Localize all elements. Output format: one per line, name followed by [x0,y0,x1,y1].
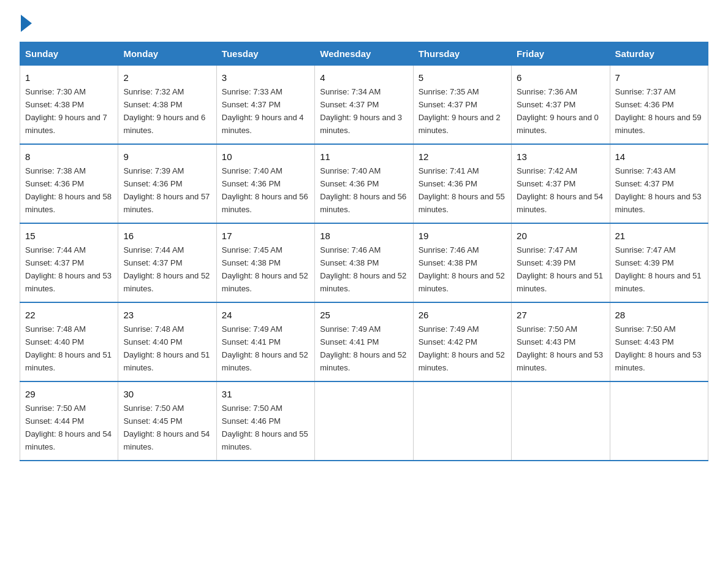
day-info: Sunrise: 7:49 AMSunset: 4:42 PMDaylight:… [419,324,505,372]
column-header-thursday: Thursday [413,42,511,66]
day-number: 18 [320,229,408,243]
calendar-cell: 15Sunrise: 7:44 AMSunset: 4:37 PMDayligh… [20,223,118,302]
day-number: 4 [320,71,408,85]
calendar-cell: 8Sunrise: 7:38 AMSunset: 4:36 PMDaylight… [20,144,118,223]
day-info: Sunrise: 7:33 AMSunset: 4:37 PMDaylight:… [222,87,304,135]
calendar-week-row: 22Sunrise: 7:48 AMSunset: 4:40 PMDayligh… [20,302,708,381]
calendar-cell: 26Sunrise: 7:49 AMSunset: 4:42 PMDayligh… [413,302,511,381]
logo [20,15,32,32]
day-info: Sunrise: 7:43 AMSunset: 4:37 PMDaylight:… [615,166,702,214]
calendar-cell: 12Sunrise: 7:41 AMSunset: 4:36 PMDayligh… [413,144,511,223]
day-info: Sunrise: 7:50 AMSunset: 4:43 PMDaylight:… [615,324,702,372]
day-info: Sunrise: 7:41 AMSunset: 4:36 PMDaylight:… [419,166,505,214]
calendar-cell: 5Sunrise: 7:35 AMSunset: 4:37 PMDaylight… [413,66,511,144]
day-number: 22 [25,308,113,322]
svg-marker-0 [21,15,32,32]
day-info: Sunrise: 7:42 AMSunset: 4:37 PMDaylight:… [517,166,603,214]
calendar-cell: 31Sunrise: 7:50 AMSunset: 4:46 PMDayligh… [216,381,314,461]
day-number: 10 [222,150,309,164]
day-number: 17 [222,229,309,243]
day-info: Sunrise: 7:49 AMSunset: 4:41 PMDaylight:… [222,324,308,372]
day-info: Sunrise: 7:44 AMSunset: 4:37 PMDaylight:… [123,245,210,293]
calendar-cell: 21Sunrise: 7:47 AMSunset: 4:39 PMDayligh… [610,223,708,302]
calendar-cell [610,381,708,461]
column-header-sunday: Sunday [20,42,118,66]
calendar-cell [512,381,610,461]
calendar-cell: 10Sunrise: 7:40 AMSunset: 4:36 PMDayligh… [216,144,314,223]
day-info: Sunrise: 7:48 AMSunset: 4:40 PMDaylight:… [25,324,112,372]
calendar-cell: 17Sunrise: 7:45 AMSunset: 4:38 PMDayligh… [216,223,314,302]
day-info: Sunrise: 7:37 AMSunset: 4:36 PMDaylight:… [615,87,702,135]
calendar-cell: 9Sunrise: 7:39 AMSunset: 4:36 PMDaylight… [118,144,216,223]
day-number: 7 [615,71,703,85]
calendar-cell: 24Sunrise: 7:49 AMSunset: 4:41 PMDayligh… [216,302,314,381]
calendar-week-row: 15Sunrise: 7:44 AMSunset: 4:37 PMDayligh… [20,223,708,302]
calendar-cell: 19Sunrise: 7:46 AMSunset: 4:38 PMDayligh… [413,223,511,302]
column-header-friday: Friday [512,42,610,66]
calendar-cell: 23Sunrise: 7:48 AMSunset: 4:40 PMDayligh… [118,302,216,381]
calendar-cell: 22Sunrise: 7:48 AMSunset: 4:40 PMDayligh… [20,302,118,381]
day-number: 19 [419,229,506,243]
day-info: Sunrise: 7:38 AMSunset: 4:36 PMDaylight:… [25,166,112,214]
day-number: 1 [25,71,113,85]
day-info: Sunrise: 7:40 AMSunset: 4:36 PMDaylight:… [222,166,308,214]
day-info: Sunrise: 7:39 AMSunset: 4:36 PMDaylight:… [123,166,210,214]
page-header [20,15,708,32]
calendar-cell: 28Sunrise: 7:50 AMSunset: 4:43 PMDayligh… [610,302,708,381]
day-info: Sunrise: 7:46 AMSunset: 4:38 PMDaylight:… [419,245,505,293]
calendar-cell: 13Sunrise: 7:42 AMSunset: 4:37 PMDayligh… [512,144,610,223]
calendar-cell [315,381,413,461]
column-header-tuesday: Tuesday [216,42,314,66]
calendar-week-row: 8Sunrise: 7:38 AMSunset: 4:36 PMDaylight… [20,144,708,223]
day-info: Sunrise: 7:50 AMSunset: 4:46 PMDaylight:… [222,404,308,451]
day-number: 26 [419,308,506,322]
day-number: 31 [222,387,309,401]
calendar-header-row: SundayMondayTuesdayWednesdayThursdayFrid… [20,42,708,66]
day-number: 21 [615,229,703,243]
calendar-cell: 6Sunrise: 7:36 AMSunset: 4:37 PMDaylight… [512,66,610,144]
calendar-cell: 3Sunrise: 7:33 AMSunset: 4:37 PMDaylight… [216,66,314,144]
day-number: 8 [25,150,113,164]
calendar-cell: 2Sunrise: 7:32 AMSunset: 4:38 PMDaylight… [118,66,216,144]
calendar-cell: 7Sunrise: 7:37 AMSunset: 4:36 PMDaylight… [610,66,708,144]
day-info: Sunrise: 7:47 AMSunset: 4:39 PMDaylight:… [615,245,702,293]
calendar-cell: 11Sunrise: 7:40 AMSunset: 4:36 PMDayligh… [315,144,413,223]
logo-triangle-icon [21,15,32,32]
column-header-saturday: Saturday [610,42,708,66]
day-number: 12 [419,150,506,164]
calendar-cell: 16Sunrise: 7:44 AMSunset: 4:37 PMDayligh… [118,223,216,302]
day-number: 5 [419,71,506,85]
day-info: Sunrise: 7:50 AMSunset: 4:43 PMDaylight:… [517,324,603,372]
day-info: Sunrise: 7:35 AMSunset: 4:37 PMDaylight:… [419,87,501,135]
day-info: Sunrise: 7:44 AMSunset: 4:37 PMDaylight:… [25,245,112,293]
day-number: 30 [123,387,211,401]
calendar-cell: 27Sunrise: 7:50 AMSunset: 4:43 PMDayligh… [512,302,610,381]
day-number: 25 [320,308,408,322]
day-number: 27 [517,308,604,322]
day-number: 24 [222,308,309,322]
day-number: 16 [123,229,211,243]
day-number: 29 [25,387,113,401]
day-info: Sunrise: 7:48 AMSunset: 4:40 PMDaylight:… [123,324,210,372]
day-info: Sunrise: 7:30 AMSunset: 4:38 PMDaylight:… [25,87,107,135]
day-number: 3 [222,71,309,85]
day-number: 20 [517,229,604,243]
calendar-cell [413,381,511,461]
day-number: 14 [615,150,703,164]
day-number: 9 [123,150,211,164]
day-info: Sunrise: 7:32 AMSunset: 4:38 PMDaylight:… [123,87,205,135]
day-info: Sunrise: 7:40 AMSunset: 4:36 PMDaylight:… [320,166,406,214]
calendar-cell: 4Sunrise: 7:34 AMSunset: 4:37 PMDaylight… [315,66,413,144]
day-info: Sunrise: 7:46 AMSunset: 4:38 PMDaylight:… [320,245,406,293]
calendar-cell: 20Sunrise: 7:47 AMSunset: 4:39 PMDayligh… [512,223,610,302]
day-info: Sunrise: 7:36 AMSunset: 4:37 PMDaylight:… [517,87,599,135]
day-number: 23 [123,308,211,322]
day-number: 11 [320,150,408,164]
day-number: 6 [517,71,604,85]
calendar-cell: 18Sunrise: 7:46 AMSunset: 4:38 PMDayligh… [315,223,413,302]
column-header-monday: Monday [118,42,216,66]
calendar-week-row: 1Sunrise: 7:30 AMSunset: 4:38 PMDaylight… [20,66,708,144]
calendar-cell: 14Sunrise: 7:43 AMSunset: 4:37 PMDayligh… [610,144,708,223]
calendar-cell: 1Sunrise: 7:30 AMSunset: 4:38 PMDaylight… [20,66,118,144]
day-number: 15 [25,229,113,243]
